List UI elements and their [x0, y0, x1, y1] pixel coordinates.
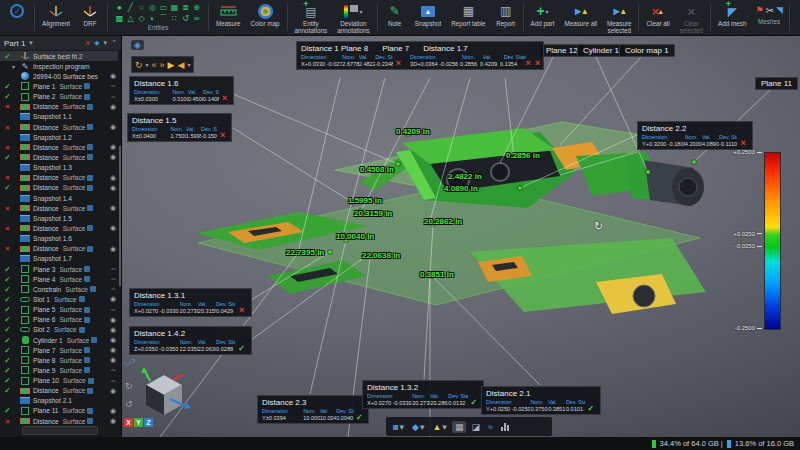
- visibility-eye-icon[interactable]: ◉: [110, 103, 116, 111]
- tree-row-distance-13[interactable]: ✓DistanceSurface◉: [0, 183, 118, 193]
- visibility-eye-icon[interactable]: ◉: [110, 184, 116, 192]
- tree-row-snapshot-2-1-34[interactable]: Snapshot 2.1: [0, 396, 118, 406]
- tree-row-inspection-program-1[interactable]: ▾✎Inspection program: [0, 61, 118, 71]
- toolbar-add-part-button[interactable]: +▾Add part: [526, 1, 560, 34]
- toolbar-colormap-button[interactable]: Color map: [246, 1, 285, 34]
- toolbar-note-button[interactable]: ✎Note: [380, 1, 410, 34]
- tree-row-snapshot-1-3-11[interactable]: Snapshot 1.3: [0, 163, 118, 173]
- toolbar-deviation-annotations-button[interactable]: ▾Deviation annotations: [332, 1, 375, 34]
- tree-row-distance-33[interactable]: ✓DistanceSurface◉: [0, 386, 118, 396]
- tree-row-plane-10-32[interactable]: ✓Plane 10Surface∼: [0, 376, 118, 386]
- curve-icon[interactable]: ∼: [110, 275, 116, 283]
- feature-display-button[interactable]: ▲▾: [429, 421, 449, 433]
- tree-row-plane-8-30[interactable]: ✓Plane 8Surface◉: [0, 355, 118, 365]
- expand-caret-icon[interactable]: ▾: [12, 63, 19, 70]
- toolbar-measure-selected-button[interactable]: ►▲Measure selected: [602, 1, 637, 34]
- tree-row-constrain-23[interactable]: ✓ConstrainSurface∼: [0, 284, 118, 294]
- tree-row-slot-1-24[interactable]: ✓Slot 1Surface◉: [0, 294, 118, 304]
- tree-row-snapshot-1-5-16[interactable]: Snapshot 1.5: [0, 213, 118, 223]
- entity-icon[interactable]: ∞: [191, 13, 202, 24]
- entity-icon[interactable]: ◐: [147, 13, 158, 24]
- entity-icon[interactable]: ↺: [180, 13, 191, 24]
- callout-distance-1-4-2[interactable]: Distance 1.4.2DimensionNom.Val.Dev. Stat…: [129, 326, 252, 355]
- toolbar-clear-all-button[interactable]: ×▲Clear all: [641, 1, 674, 34]
- datum-display-button[interactable]: ◆▾: [409, 421, 427, 433]
- toolbar-report-button[interactable]: ▥Report: [491, 1, 521, 34]
- tree-row-distance-9[interactable]: ×DistanceSurface◉: [0, 142, 118, 152]
- navigation-cube[interactable]: [136, 367, 192, 423]
- visibility-eye-icon[interactable]: ◉: [110, 407, 116, 415]
- tree-row-distance-17[interactable]: ×DistanceSurface◉: [0, 223, 118, 233]
- tree-row-plane-2-4[interactable]: ✓Plane 2Surface∼: [0, 92, 118, 102]
- visibility-eye-icon[interactable]: ◉: [110, 174, 116, 182]
- toolbar-drf-button[interactable]: DRF: [75, 1, 105, 34]
- header-colormap-icon[interactable]: ◈: [94, 39, 99, 47]
- back-icon[interactable]: ◀: [178, 60, 185, 70]
- visibility-eye-icon[interactable]: ◉: [110, 123, 116, 131]
- entity-icon[interactable]: ∷: [169, 13, 180, 24]
- entity-icon[interactable]: ▩: [114, 13, 125, 24]
- toolbar-entity-annotations-button[interactable]: ▤+Entity annotations: [290, 1, 333, 34]
- callout-color-map-1[interactable]: Color map 1: [619, 44, 675, 57]
- visibility-eye-icon[interactable]: ◉: [110, 245, 116, 253]
- toolbar-measure-all-button[interactable]: ►▲Measure all: [559, 1, 602, 34]
- curve-icon[interactable]: ∼: [110, 366, 116, 374]
- histogram-button[interactable]: [498, 421, 512, 432]
- visibility-eye-icon[interactable]: ◉: [110, 204, 116, 212]
- callout-distance-1-6[interactable]: Distance 1.6DimensionNom.Val.Dev. StateX…: [129, 76, 234, 105]
- merge-mesh-icon[interactable]: ◥: [776, 5, 783, 15]
- entity-icon[interactable]: △: [125, 13, 136, 24]
- tree-row-cylinder-1-28[interactable]: ✓Cylinder 1Surface◉: [0, 335, 118, 345]
- collapse-panel-icon[interactable]: ⌃: [111, 39, 117, 47]
- visibility-eye-icon[interactable]: ◉: [110, 336, 116, 344]
- visibility-eye-icon[interactable]: ◉: [110, 346, 116, 354]
- tree-row-distance-12[interactable]: ×DistanceSurface◉: [0, 173, 118, 183]
- visibility-eye-icon[interactable]: ◉: [110, 153, 116, 161]
- tree-row-distance-36[interactable]: ×DistanceSurface◉: [0, 416, 118, 424]
- callout-distance-2-1[interactable]: Distance 2.1DimensionNom.Val.Dev. StateY…: [481, 386, 601, 415]
- caret-icon[interactable]: ▾: [187, 61, 190, 68]
- tree-row-plane-7-29[interactable]: ✓Plane 7Surface◉: [0, 345, 118, 355]
- tree-row-plane-1-3[interactable]: ✓Plane 1Surface∼: [0, 81, 118, 91]
- rotate-cw-icon[interactable]: ↻: [125, 381, 133, 391]
- tree-row-snapshot-1-6-18[interactable]: Snapshot 1.6: [0, 234, 118, 244]
- tree-row-surface-best-fit-2-0[interactable]: ✓Surface best fit 2: [0, 51, 118, 61]
- entity-icon[interactable]: ◇: [136, 13, 147, 24]
- grid-display-button[interactable]: ▦: [452, 421, 467, 433]
- tree-row-plane-4-22[interactable]: ✓Plane 4Surface∼: [0, 274, 118, 284]
- pin-mesh-icon[interactable]: ⚑: [755, 5, 763, 15]
- curve-icon[interactable]: ∼: [110, 82, 116, 90]
- tree-row-distance-7[interactable]: ×DistanceSurface◉: [0, 122, 118, 132]
- tree-row-plane-6-26[interactable]: ✓Plane 6Surface◉: [0, 315, 118, 325]
- curve-display-button[interactable]: ≈: [485, 421, 496, 433]
- tree-row-snapshot-1-7-20[interactable]: Snapshot 1.7: [0, 254, 118, 264]
- curve-icon[interactable]: ∼: [110, 285, 116, 293]
- header-caret-icon[interactable]: ▾: [104, 39, 108, 47]
- prev-annotations-icon[interactable]: «: [152, 60, 157, 70]
- tree-row-plane-3-21[interactable]: ✓Plane 3Surface∼: [0, 264, 118, 274]
- tree-row-plane-5-25[interactable]: ✓Plane 5Surface∼: [0, 305, 118, 315]
- callout-cylinder-1[interactable]: Cylinder 1: [577, 44, 625, 57]
- entity-icon[interactable]: ●: [114, 2, 125, 13]
- toolbar-add-mesh-button[interactable]: ◤+Add mesh: [713, 1, 751, 34]
- tree-row-distance-10[interactable]: ✓DistanceSurface◉: [0, 152, 118, 162]
- callout-plane-11[interactable]: Plane 11: [755, 77, 798, 90]
- entity-icon[interactable]: ▭: [158, 2, 169, 13]
- plane-display-button[interactable]: ◪: [468, 421, 483, 433]
- next-annotations-icon[interactable]: »: [160, 60, 165, 70]
- visibility-eye-icon[interactable]: ◉: [110, 316, 116, 324]
- entity-icon[interactable]: ▦: [169, 2, 180, 13]
- tree-row-plane-9-31[interactable]: ✓Plane 9Surface∼: [0, 365, 118, 375]
- curve-icon[interactable]: ∼: [110, 93, 116, 101]
- entity-icon[interactable]: ⊕: [191, 2, 202, 13]
- visibility-eye-icon[interactable]: ◉: [110, 356, 116, 364]
- play-icon[interactable]: ▶: [168, 60, 175, 70]
- tree-scrollbar[interactable]: [119, 146, 121, 286]
- loop-select-icon[interactable]: ↻: [135, 60, 143, 70]
- rotate-ccw-icon[interactable]: ↺: [125, 399, 133, 409]
- scissors-icon[interactable]: ✂: [766, 5, 774, 16]
- toolbar-badge-button[interactable]: ✓: [2, 1, 32, 34]
- entity-icon[interactable]: ◎: [147, 2, 158, 13]
- mesh-display-button[interactable]: ◙▾: [390, 421, 407, 433]
- tree-filter-input[interactable]: [22, 426, 98, 435]
